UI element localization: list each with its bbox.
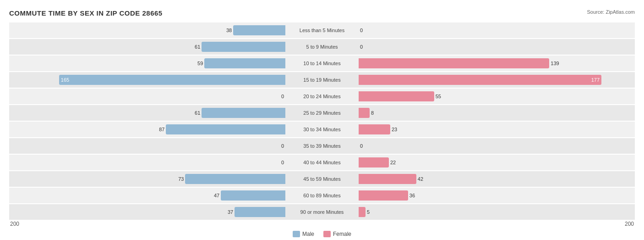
female-bar: 8 xyxy=(359,108,370,118)
right-bar-col: 55 xyxy=(359,91,633,101)
table-row: 020 to 24 Minutes55 xyxy=(9,89,635,104)
female-bar: 42 xyxy=(359,174,416,184)
female-bar: 177 xyxy=(359,75,601,85)
female-bar: 23 xyxy=(359,124,390,134)
male-bar: 73 xyxy=(185,174,285,184)
male-bar: 87 xyxy=(166,124,285,134)
center-label: 30 to 34 Minutes xyxy=(285,127,359,132)
axis-left: 200 xyxy=(10,221,19,227)
female-value: 0 xyxy=(360,28,363,33)
female-value: 42 xyxy=(418,176,423,182)
male-value: 61 xyxy=(195,110,200,116)
right-bar-col: 36 xyxy=(359,190,633,201)
bars-container: 38Less than 5 Minutes0615 to 9 Minutes05… xyxy=(9,22,635,220)
left-bar-col: 0 xyxy=(11,157,285,167)
left-bar-col: 61 xyxy=(11,42,285,52)
female-value: 55 xyxy=(436,94,441,99)
female-value: 177 xyxy=(591,77,600,83)
male-value: 38 xyxy=(226,28,232,33)
male-bar: 37 xyxy=(235,207,285,217)
center-label: 35 to 39 Minutes xyxy=(285,143,359,149)
center-label: Less than 5 Minutes xyxy=(285,28,359,33)
table-row: 040 to 44 Minutes22 xyxy=(9,155,635,170)
center-label: 45 to 59 Minutes xyxy=(285,176,359,182)
female-bar: 5 xyxy=(359,207,366,217)
right-bar-col: 0 xyxy=(359,141,633,151)
male-value: 0 xyxy=(281,94,284,99)
female-bar: 55 xyxy=(359,91,434,101)
table-row: 8730 to 34 Minutes23 xyxy=(9,122,635,137)
female-value: 23 xyxy=(392,127,397,132)
right-bar-col: 177 xyxy=(359,75,633,85)
female-value: 139 xyxy=(551,61,559,66)
center-label: 90 or more Minutes xyxy=(285,209,359,215)
male-value: 73 xyxy=(178,176,184,182)
left-bar-col: 37 xyxy=(11,207,285,217)
male-value: 61 xyxy=(195,44,200,50)
legend-female-box xyxy=(323,231,331,237)
male-value: 47 xyxy=(214,193,219,198)
left-bar-col: 47 xyxy=(11,190,285,201)
legend: Male Female xyxy=(9,231,635,237)
center-label: 40 to 44 Minutes xyxy=(285,160,359,165)
female-value: 0 xyxy=(360,143,363,149)
table-row: 615 to 9 Minutes0 xyxy=(9,39,635,55)
male-value: 59 xyxy=(197,61,203,66)
center-label: 10 to 14 Minutes xyxy=(285,61,359,66)
male-value: 0 xyxy=(281,160,284,165)
male-bar: 38 xyxy=(233,25,285,35)
center-label: 25 to 29 Minutes xyxy=(285,110,359,116)
center-label: 15 to 19 Minutes xyxy=(285,77,359,83)
axis-right: 200 xyxy=(625,221,634,227)
center-label: 5 to 9 Minutes xyxy=(285,44,359,50)
table-row: 3790 or more Minutes5 xyxy=(9,204,635,220)
male-bar: 59 xyxy=(204,58,285,68)
center-label: 60 to 89 Minutes xyxy=(285,193,359,198)
male-bar: 61 xyxy=(202,108,285,118)
legend-male-label: Male xyxy=(302,231,314,237)
male-bar: 61 xyxy=(202,42,285,52)
table-row: 38Less than 5 Minutes0 xyxy=(9,22,635,38)
female-bar: 36 xyxy=(359,190,408,201)
table-row: 035 to 39 Minutes0 xyxy=(9,138,635,154)
right-bar-col: 22 xyxy=(359,157,633,167)
right-bar-col: 42 xyxy=(359,174,633,184)
axis-labels: 200 200 xyxy=(9,221,635,227)
female-bar: 22 xyxy=(359,157,389,167)
legend-female-label: Female xyxy=(333,231,351,237)
left-bar-col: 165 xyxy=(11,75,285,85)
table-row: 16515 to 19 Minutes177 xyxy=(9,72,635,88)
male-value: 165 xyxy=(61,77,69,83)
right-bar-col: 8 xyxy=(359,108,633,118)
legend-female: Female xyxy=(323,231,351,237)
female-value: 22 xyxy=(390,160,396,165)
male-value: 87 xyxy=(159,127,164,132)
right-bar-col: 23 xyxy=(359,124,633,134)
right-bar-col: 139 xyxy=(359,58,633,68)
right-bar-col: 0 xyxy=(359,42,633,52)
female-value: 5 xyxy=(367,209,370,215)
left-bar-col: 59 xyxy=(11,58,285,68)
male-bar: 47 xyxy=(221,190,285,201)
table-row: 4760 to 89 Minutes36 xyxy=(9,188,635,203)
female-value: 36 xyxy=(409,193,415,198)
female-bar: 139 xyxy=(359,58,549,68)
male-bar: 165 xyxy=(59,75,285,85)
left-bar-col: 0 xyxy=(11,91,285,101)
center-label: 20 to 24 Minutes xyxy=(285,94,359,99)
left-bar-col: 87 xyxy=(11,124,285,134)
left-bar-col: 38 xyxy=(11,25,285,35)
table-row: 5910 to 14 Minutes139 xyxy=(9,56,635,71)
legend-male-box xyxy=(293,231,300,237)
right-bar-col: 0 xyxy=(359,25,633,35)
left-bar-col: 0 xyxy=(11,141,285,151)
legend-male: Male xyxy=(293,231,314,237)
left-bar-col: 73 xyxy=(11,174,285,184)
source-label: Source: ZipAtlas.com xyxy=(587,9,635,15)
table-row: 7345 to 59 Minutes42 xyxy=(9,171,635,187)
right-bar-col: 5 xyxy=(359,207,633,217)
female-value: 8 xyxy=(371,110,374,116)
table-row: 6125 to 29 Minutes8 xyxy=(9,105,635,121)
male-value: 0 xyxy=(281,143,284,149)
left-bar-col: 61 xyxy=(11,108,285,118)
